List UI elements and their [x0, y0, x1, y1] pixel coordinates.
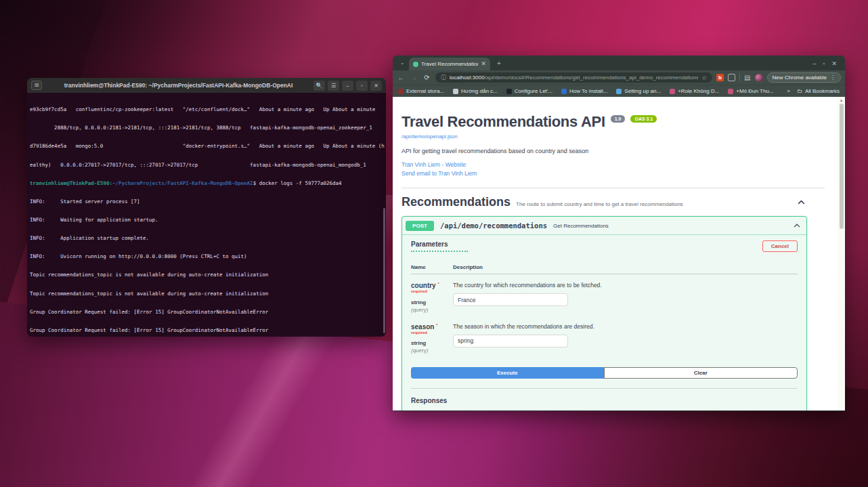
description-column-header: Description [453, 264, 483, 270]
browser-tab[interactable]: Travel Recommendation ✕ [409, 58, 490, 70]
execute-button[interactable]: Execute [411, 367, 604, 379]
terminal-body[interactable]: e93cb9f7cd5a confluentinc/cp-zookeeper:l… [27, 93, 386, 337]
new-tab-button[interactable]: + [494, 59, 504, 68]
browser-tabstrip: ⌄ Travel Recommendation ✕ + – ▫ ✕ [393, 56, 845, 70]
new-chrome-button[interactable]: New Chrome available ⋮ [767, 72, 841, 83]
responses-heading: Responses [411, 397, 798, 404]
terminal-line: INFO: Application startup complete. [30, 235, 383, 241]
page-scrollbar[interactable]: ▲ [838, 97, 845, 410]
site-info-icon[interactable]: ⓘ [441, 74, 446, 81]
opblock-collapse-icon[interactable] [793, 219, 801, 232]
bookmark-favicon-icon [506, 89, 512, 94]
extension-box-icon[interactable] [728, 74, 735, 81]
terminal-title: tranvinhliem@ThinkPad-E590: ~/PycharmPro… [46, 82, 311, 89]
browser-minimize-button[interactable]: – [812, 60, 816, 67]
section-collapse-icon[interactable] [797, 196, 806, 209]
terminal-menu-icon[interactable]: ☰ [328, 81, 339, 91]
email-link[interactable]: Send email to Tran Vinh Liem [402, 170, 825, 177]
bookmark-item[interactable]: Hướng dẫn c... [453, 88, 498, 94]
terminal-search-icon[interactable]: 🔍 [313, 81, 325, 91]
terminal-line: INFO: Started server process [7] [30, 198, 383, 205]
browser-window: ⌄ Travel Recommendation ✕ + – ▫ ✕ ← → ⟳ … [393, 56, 845, 411]
parameters-tab[interactable]: Parameters [411, 240, 468, 252]
extension-icon[interactable]: b [716, 74, 724, 81]
param-type: string [411, 340, 453, 346]
bookmark-label: Hướng dẫn c... [461, 88, 498, 94]
terminal-titlebar[interactable]: ⊞ tranvinhliem@ThinkPad-E590: ~/PycharmP… [27, 78, 386, 93]
folder-icon: 🗀 [797, 88, 802, 94]
season-input[interactable] [453, 335, 568, 347]
terminal-line: Group Coordinator Request failed: [Error… [30, 327, 383, 333]
swagger-page: Travel Recommendations API 1.0 OAS 3.1 /… [393, 97, 845, 410]
bookmark-star-icon[interactable]: ☆ [701, 75, 707, 81]
back-icon[interactable]: ← [397, 74, 406, 81]
bookmark-favicon-icon [453, 89, 458, 94]
param-name: season * required [411, 323, 453, 339]
tab-search-icon[interactable]: ⌄ [397, 58, 408, 68]
param-row-country: country * required string (query) The co… [411, 274, 798, 316]
api-description: API for getting travel recommendations b… [402, 148, 825, 154]
browser-window-controls: – ▫ ✕ [812, 60, 842, 70]
terminal-line: ealthy) 0.0.0.0:27017->27017/tcp, :::270… [30, 162, 383, 168]
bookmark-label: How To Install... [569, 88, 607, 94]
terminal-line: 2888/tcp, 0.0.0.0:2181->2181/tcp, :::218… [30, 125, 383, 131]
browser-close-button[interactable]: ✕ [831, 60, 837, 67]
terminal-minimize-button[interactable]: – [342, 81, 353, 91]
bookmark-item[interactable]: +Role Không D... [670, 88, 719, 94]
openapi-spec-link[interactable]: /api/demo/openapi.json [402, 133, 825, 140]
terminal-newtab-icon[interactable]: ⊞ [31, 81, 42, 90]
side-panel-icon[interactable]: ▤ [744, 74, 750, 81]
all-bookmarks-label: All Bookmarks [805, 88, 840, 94]
bookmark-item[interactable]: External stora... [398, 88, 444, 94]
param-type: string [411, 299, 453, 305]
url-text[interactable]: localhost:3000/api/demo/docs#/Recommenda… [450, 75, 698, 81]
param-description: The season in which the recommendations … [453, 323, 594, 330]
forward-icon[interactable]: → [410, 74, 418, 81]
bookmark-item[interactable]: Setting up an... [616, 88, 661, 94]
recommendations-section-header[interactable]: Recommendations The route to submit coun… [402, 195, 825, 209]
prompt-path: ~/PycharmProjects/FastAPI-Kafka-MongoDB-… [112, 180, 253, 186]
url-bar[interactable]: ⓘ localhost:3000/api/demo/docs#/Recommen… [435, 72, 712, 83]
bookmark-item[interactable]: Configure Let'... [506, 88, 552, 94]
terminal-scrollbar[interactable] [383, 208, 385, 333]
bookmark-item[interactable]: How To Install... [561, 88, 607, 94]
operation-path: /api/demo/recommendations [440, 221, 547, 230]
param-description: The country for which recommendations ar… [453, 282, 602, 289]
opblock-header[interactable]: POST /api/demo/recommendations Get Recom… [402, 217, 806, 235]
post-opblock: POST /api/demo/recommendations Get Recom… [402, 216, 807, 410]
bookmark-favicon-icon [398, 89, 404, 94]
page-scrollbar-thumb[interactable] [840, 104, 844, 229]
all-bookmarks-button[interactable]: 🗀All Bookmarks [797, 88, 840, 94]
cancel-button[interactable]: Cancel [762, 240, 798, 252]
swagger-content: Travel Recommendations API 1.0 OAS 3.1 /… [393, 97, 845, 410]
terminal-line: INFO: Waiting for application startup. [30, 217, 383, 223]
terminal-close-button[interactable]: ✕ [370, 81, 382, 91]
bookmark-label: +Mô Đun Thu... [736, 88, 773, 94]
website-link[interactable]: Tran Vinh Liem - Website [402, 161, 825, 168]
country-input[interactable] [453, 293, 568, 306]
browser-maximize-button[interactable]: ▫ [823, 60, 825, 67]
bookmarks-overflow-icon[interactable]: » [787, 88, 789, 94]
bookmark-label: Configure Let'... [515, 88, 552, 94]
param-name: country * required [411, 282, 453, 297]
bookmark-item[interactable]: +Mô Đun Thu... [728, 88, 773, 94]
reload-icon[interactable]: ⟳ [422, 74, 431, 81]
prompt-command: $ docker logs -f 59777a026da4 [253, 180, 342, 186]
terminal-maximize-button[interactable]: ▫ [356, 81, 368, 91]
bookmarks-bar: External stora... Hướng dẫn c... Configu… [393, 85, 845, 97]
url-host: localhost:3000 [450, 75, 485, 81]
swagger-favicon-icon [413, 62, 418, 67]
scroll-up-icon[interactable]: ▲ [840, 98, 844, 102]
param-in: (query) [411, 307, 453, 313]
prompt-user-host: tranvinhliem@ThinkPad-E590: [30, 180, 112, 186]
tab-close-icon[interactable]: ✕ [481, 61, 486, 67]
profile-avatar[interactable] [755, 74, 763, 82]
bookmark-favicon-icon [616, 89, 622, 94]
bookmark-favicon-icon [561, 89, 567, 94]
kebab-menu-icon[interactable]: ⋮ [830, 73, 836, 82]
api-title: Travel Recommendations API [402, 113, 605, 131]
clear-button[interactable]: Clear [604, 367, 798, 379]
browser-toolbar: ← → ⟳ ⓘ localhost:3000/api/demo/docs#/Re… [393, 70, 845, 85]
terminal-line: d79186de4e5a mongo:5.0 "docker-entrypoin… [30, 143, 383, 149]
terminal-line: e93cb9f7cd5a confluentinc/cp-zookeeper:l… [30, 106, 383, 112]
